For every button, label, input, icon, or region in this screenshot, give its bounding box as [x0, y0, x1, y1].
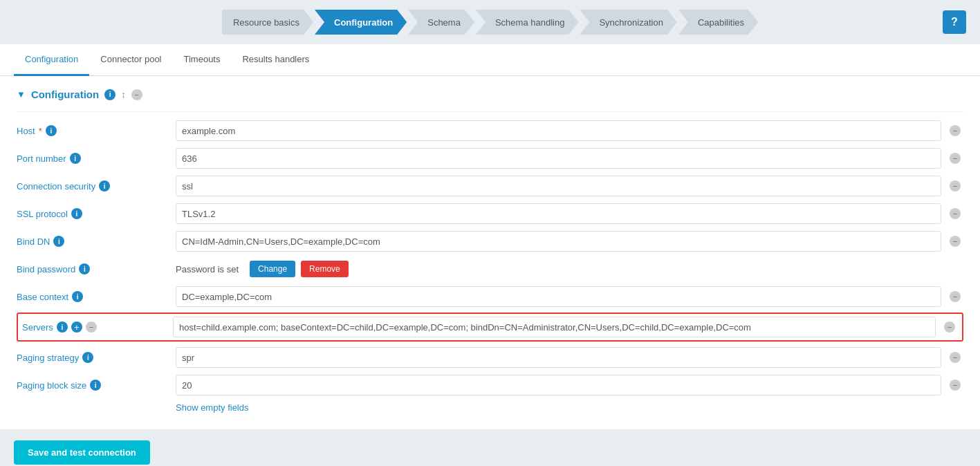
wizard-step-synchronization[interactable]: Synchronization: [580, 10, 677, 35]
paging-block-size-row-remove: −: [947, 380, 963, 391]
paging-strategy-value: [176, 347, 941, 368]
base-context-info-icon[interactable]: i: [72, 291, 83, 302]
page-footer: Save and test connection: [0, 429, 980, 466]
bind-dn-value: [176, 231, 941, 252]
connection-security-row: Connection security i −: [17, 174, 963, 198]
change-password-button[interactable]: Change: [250, 261, 295, 277]
password-status-text: Password is set: [176, 264, 239, 274]
port-number-label: Port number i: [17, 153, 176, 164]
wizard-step-capabilities[interactable]: Capabilities: [678, 10, 758, 35]
wizard-bar: Resource basics Configuration Schema Sch…: [0, 0, 980, 44]
bind-dn-row: Bind DN i −: [17, 230, 963, 253]
bind-password-value: Password is set Change Remove: [176, 261, 963, 277]
host-row: Host * i −: [17, 119, 963, 142]
paging-block-size-label: Paging block size i: [17, 380, 176, 391]
base-context-value: [176, 286, 941, 307]
section-title: Configuration: [31, 88, 99, 100]
main-content: ▼ Configuration i ↕ − Host * i − Port nu…: [0, 76, 980, 429]
servers-row-remove: −: [941, 321, 958, 333]
servers-label: Servers i + −: [22, 321, 173, 333]
step-shape-schema-handling[interactable]: Schema handling: [476, 10, 578, 35]
ssl-protocol-input[interactable]: [176, 203, 941, 224]
base-context-label: Base context i: [17, 291, 176, 302]
step-label-resource-basics: Resource basics: [233, 17, 299, 28]
paging-block-size-remove-icon[interactable]: −: [950, 380, 961, 391]
help-button[interactable]: ?: [943, 10, 966, 34]
bind-dn-remove-icon[interactable]: −: [950, 236, 961, 247]
wizard-step-schema[interactable]: Schema: [408, 10, 474, 35]
host-required-marker: *: [39, 126, 42, 136]
tab-timeouts[interactable]: Timeouts: [173, 44, 232, 76]
step-label-schema: Schema: [427, 17, 461, 28]
paging-strategy-info-icon[interactable]: i: [82, 352, 93, 363]
section-header: ▼ Configuration i ↕ −: [17, 88, 963, 100]
base-context-remove-icon[interactable]: −: [950, 291, 961, 302]
servers-remove-label-icon[interactable]: −: [86, 321, 97, 333]
connection-security-input[interactable]: [176, 176, 941, 196]
step-shape-capabilities[interactable]: Capabilities: [678, 10, 758, 35]
paging-strategy-row-remove: −: [947, 352, 963, 363]
paging-strategy-input[interactable]: [176, 347, 941, 368]
servers-row: Servers i + − −: [17, 313, 963, 342]
host-info-icon[interactable]: i: [46, 125, 57, 136]
bind-dn-label: Bind DN i: [17, 236, 176, 247]
step-label-capabilities: Capabilities: [698, 17, 744, 28]
paging-block-size-input[interactable]: [176, 375, 941, 395]
base-context-input[interactable]: [176, 286, 941, 307]
show-empty-fields-link[interactable]: Show empty fields: [17, 402, 963, 413]
ssl-protocol-remove-icon[interactable]: −: [950, 208, 961, 219]
wizard-step-schema-handling[interactable]: Schema handling: [476, 10, 578, 35]
servers-input[interactable]: [173, 317, 936, 337]
step-shape-synchronization[interactable]: Synchronization: [580, 10, 677, 35]
remove-password-button[interactable]: Remove: [301, 261, 349, 277]
section-toggle-icon[interactable]: ▼: [17, 89, 26, 100]
connection-security-remove-icon[interactable]: −: [950, 180, 961, 192]
host-label: Host * i: [17, 125, 176, 136]
host-input[interactable]: [176, 120, 941, 141]
wizard-steps: Resource basics Configuration Schema Sch…: [222, 10, 758, 35]
tab-results-handlers[interactable]: Results handlers: [231, 44, 320, 76]
paging-strategy-label: Paging strategy i: [17, 352, 176, 363]
servers-add-icon[interactable]: +: [71, 321, 82, 333]
section-info-icon[interactable]: i: [104, 89, 115, 100]
step-shape-resource-basics[interactable]: Resource basics: [222, 10, 313, 35]
wizard-step-configuration[interactable]: Configuration: [315, 10, 407, 35]
port-number-row: Port number i −: [17, 147, 963, 170]
port-number-value: [176, 148, 941, 169]
port-number-input[interactable]: [176, 148, 941, 169]
section-remove-icon[interactable]: −: [131, 89, 142, 100]
ssl-protocol-info-icon[interactable]: i: [71, 208, 82, 219]
connection-security-value: [176, 176, 941, 196]
paging-block-size-row: Paging block size i −: [17, 373, 963, 397]
section-sort-icon[interactable]: ↕: [121, 89, 126, 100]
bind-dn-row-remove: −: [947, 236, 963, 247]
bind-dn-info-icon[interactable]: i: [53, 236, 64, 247]
tab-connector-pool[interactable]: Connector pool: [89, 44, 172, 76]
servers-remove-icon[interactable]: −: [944, 321, 955, 333]
save-and-test-button[interactable]: Save and test connection: [14, 440, 150, 465]
wizard-step-resource-basics[interactable]: Resource basics: [222, 10, 313, 35]
ssl-protocol-label: SSL protocol i: [17, 208, 176, 219]
step-label-synchronization: Synchronization: [599, 17, 663, 28]
paging-strategy-row: Paging strategy i −: [17, 346, 963, 369]
bind-password-info-icon[interactable]: i: [79, 263, 90, 274]
connection-security-row-remove: −: [947, 180, 963, 192]
paging-block-size-info-icon[interactable]: i: [90, 380, 101, 391]
paging-strategy-remove-icon[interactable]: −: [950, 352, 961, 363]
ssl-protocol-value: [176, 203, 941, 224]
port-info-icon[interactable]: i: [70, 153, 81, 164]
port-remove-icon[interactable]: −: [950, 153, 961, 164]
ssl-protocol-row-remove: −: [947, 208, 963, 219]
base-context-row-remove: −: [947, 291, 963, 302]
step-shape-schema[interactable]: Schema: [408, 10, 474, 35]
connection-security-info-icon[interactable]: i: [99, 180, 110, 192]
step-label-schema-handling: Schema handling: [495, 17, 564, 28]
host-value: [176, 120, 941, 141]
bind-dn-input[interactable]: [176, 231, 941, 252]
servers-value: [173, 317, 936, 337]
tab-configuration[interactable]: Configuration: [14, 44, 89, 76]
host-row-remove: −: [947, 125, 963, 136]
host-remove-icon[interactable]: −: [950, 125, 961, 136]
servers-info-icon[interactable]: i: [57, 321, 68, 333]
step-shape-configuration[interactable]: Configuration: [315, 10, 407, 35]
